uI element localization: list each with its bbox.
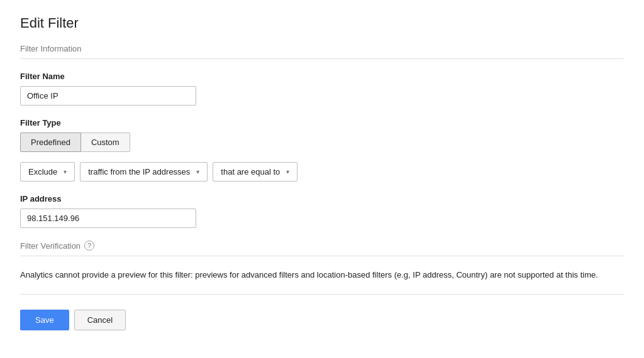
ip-address-input[interactable] bbox=[20, 209, 196, 228]
exclude-arrow-icon: ▾ bbox=[64, 168, 67, 175]
cancel-button[interactable]: Cancel bbox=[74, 310, 126, 330]
action-buttons: Save Cancel bbox=[20, 310, 624, 330]
save-button[interactable]: Save bbox=[20, 310, 69, 330]
equal-label: that are equal to bbox=[221, 167, 280, 176]
filter-verification-section: Filter Verification ? Analytics cannot p… bbox=[20, 241, 624, 281]
filter-name-label: Filter Name bbox=[20, 72, 624, 81]
traffic-dropdown[interactable]: traffic from the IP addresses ▾ bbox=[80, 162, 208, 182]
traffic-arrow-icon: ▾ bbox=[196, 168, 199, 175]
exclude-label: Exclude bbox=[28, 167, 57, 176]
ip-address-label: IP address bbox=[20, 194, 624, 203]
filter-type-buttons: Predefined Custom bbox=[20, 133, 624, 152]
predefined-button[interactable]: Predefined bbox=[20, 133, 81, 152]
filter-verification-title: Filter Verification bbox=[20, 241, 80, 251]
filter-type-label: Filter Type bbox=[20, 118, 624, 127]
filter-type-group: Filter Type Predefined Custom Exclude ▾ … bbox=[20, 118, 624, 182]
ip-address-group: IP address bbox=[20, 194, 624, 228]
page-title: Edit Filter bbox=[20, 15, 624, 31]
filter-verification-header: Filter Verification ? bbox=[20, 241, 624, 251]
divider-top bbox=[20, 58, 624, 59]
divider-verification bbox=[20, 256, 624, 256]
equal-dropdown[interactable]: that are equal to ▾ bbox=[213, 162, 297, 182]
filter-name-input[interactable] bbox=[20, 86, 196, 106]
filter-condition-row: Exclude ▾ traffic from the IP addresses … bbox=[20, 162, 624, 182]
divider-bottom bbox=[20, 294, 624, 295]
verification-text: Analytics cannot provide a preview for t… bbox=[20, 269, 624, 281]
help-icon[interactable]: ? bbox=[84, 241, 94, 251]
filter-information-section: Filter Information Filter Name Filter Ty… bbox=[20, 44, 624, 228]
equal-arrow-icon: ▾ bbox=[286, 168, 289, 175]
exclude-dropdown[interactable]: Exclude ▾ bbox=[20, 162, 75, 182]
custom-button[interactable]: Custom bbox=[81, 133, 130, 152]
filter-name-group: Filter Name bbox=[20, 72, 624, 106]
traffic-label: traffic from the IP addresses bbox=[88, 167, 190, 176]
section-label: Filter Information bbox=[20, 44, 624, 53]
